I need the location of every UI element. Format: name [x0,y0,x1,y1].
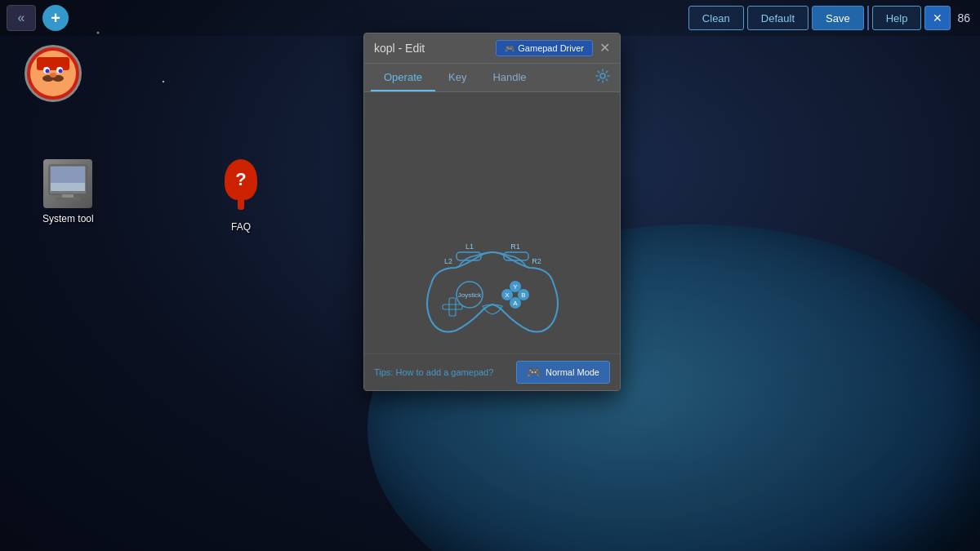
modal-overlay: kopl - Edit 🎮 Gamepad Driver ✕ Operate K… [0,0,980,551]
svg-text:R2: R2 [532,257,541,265]
modal-header-right: 🎮 Gamepad Driver ✕ [496,40,610,56]
normal-mode-label: Normal Mode [546,367,599,377]
normal-mode-icon: 🎮 [527,366,541,379]
modal-header: kopl - Edit 🎮 Gamepad Driver ✕ [364,33,620,64]
svg-text:Y: Y [513,283,518,291]
svg-rect-35 [443,304,462,309]
tab-key[interactable]: Key [435,64,479,91]
tab-operate[interactable]: Operate [371,64,435,91]
tips-link[interactable]: Tips: How to add a gamepad? [374,367,493,377]
svg-rect-34 [449,298,456,316]
tab-settings-icon[interactable] [592,64,613,91]
svg-text:L1: L1 [465,242,473,251]
modal-close-button[interactable]: ✕ [599,42,610,55]
tab-handle[interactable]: Handle [479,64,539,91]
tab-operate-label: Operate [384,71,422,83]
gamepad-image: L1 R1 L2 R2 Joystick Y [411,239,574,329]
gamepad-driver-button[interactable]: 🎮 Gamepad Driver [496,40,593,56]
svg-text:L2: L2 [443,257,452,265]
svg-text:A: A [513,300,518,307]
modal-footer: Tips: How to add a gamepad? 🎮 Normal Mod… [364,353,620,390]
svg-text:B: B [521,291,525,299]
edit-modal: kopl - Edit 🎮 Gamepad Driver ✕ Operate K… [363,33,621,391]
tab-key-label: Key [448,71,466,83]
svg-point-27 [600,73,605,78]
svg-rect-45 [504,252,528,260]
gamepad-driver-label: Gamepad Driver [518,43,584,53]
tab-handle-label: Handle [492,71,526,83]
svg-text:X: X [505,291,510,299]
svg-text:R1: R1 [510,242,520,251]
svg-rect-44 [457,252,481,260]
modal-tabs: Operate Key Handle [364,64,620,92]
modal-body: L1 R1 L2 R2 Joystick Y [364,92,620,353]
svg-text:Joystick: Joystick [457,291,481,299]
modal-title: kopl - Edit [374,42,425,55]
normal-mode-button[interactable]: 🎮 Normal Mode [516,361,610,384]
gamepad-driver-icon: 🎮 [505,44,514,53]
